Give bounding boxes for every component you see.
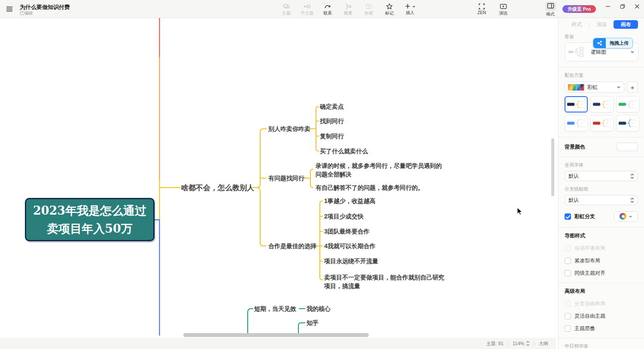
zoom-control[interactable]: 114% bbox=[513, 341, 530, 346]
rainbow-color-dropdown[interactable] bbox=[614, 211, 638, 222]
section-divider bbox=[559, 137, 644, 137]
node-sell-child[interactable]: 复制同行 bbox=[320, 133, 344, 140]
app-window: 为什么要做知识付费 已编辑 主题 子主题 联系 概要 外框 bbox=[0, 0, 644, 349]
scheme-card[interactable] bbox=[565, 115, 588, 131]
tab-present[interactable]: 演说 bbox=[589, 21, 614, 28]
sibling-align-checkbox[interactable] bbox=[565, 270, 571, 276]
topic-button: 主题 bbox=[278, 2, 295, 16]
node-coop-child[interactable]: 2项目少成交快 bbox=[324, 213, 364, 221]
section-divider bbox=[559, 338, 644, 338]
scheme-card[interactable] bbox=[590, 96, 614, 112]
sibling-align-label: 同级主题对齐 bbox=[574, 270, 605, 277]
chevron-down-icon bbox=[617, 85, 621, 89]
node-ask-peers[interactable]: 有问题找同行 bbox=[268, 175, 304, 182]
subtopic-button: 子主题 bbox=[299, 2, 315, 16]
divider: | bbox=[507, 341, 509, 346]
window-controls bbox=[605, 0, 640, 14]
present-button[interactable]: 演说 bbox=[495, 2, 511, 16]
topic-count: 主题: 81 bbox=[486, 340, 504, 347]
color-scheme-label: 配色方案 bbox=[565, 72, 638, 79]
scheme-card[interactable] bbox=[616, 96, 639, 112]
auto-balance-label: 自动平衡布局 bbox=[574, 245, 605, 252]
free-branch-label: 分支自由布局 bbox=[574, 300, 605, 307]
node-ask-child[interactable]: 有自己解答不了的问题，就参考同行的。 bbox=[316, 184, 424, 192]
central-topic-line2: 卖项目年入50万 bbox=[47, 220, 133, 238]
stepper-icon bbox=[630, 197, 634, 203]
node-teach[interactable]: 啥都不会，怎么教别人 bbox=[181, 183, 254, 193]
close-button[interactable] bbox=[635, 3, 640, 11]
upload-cluster-icon bbox=[596, 40, 603, 46]
add-scheme-button[interactable]: + bbox=[627, 82, 638, 93]
global-font-dropdown[interactable]: 默认 bbox=[565, 171, 638, 181]
scheme-card[interactable] bbox=[616, 115, 639, 131]
mindmap-canvas[interactable]: 2023年我是怎么通过 卖项目年入50万 啥都不会，怎么教别人 别人咋卖你咋卖 … bbox=[0, 18, 556, 349]
rainbow-branch-checkbox[interactable] bbox=[565, 213, 571, 220]
scheme-card[interactable] bbox=[565, 96, 588, 112]
edit-status: 已编辑 bbox=[20, 10, 33, 16]
subtopic-icon bbox=[304, 3, 310, 10]
marker-button[interactable]: 标记 bbox=[381, 2, 398, 16]
topic-overlap-label: 主题层叠 bbox=[574, 325, 595, 332]
flexible-topic-checkbox[interactable] bbox=[565, 313, 571, 319]
color-wheel-icon bbox=[620, 213, 626, 220]
node-ask-child[interactable]: 录课的时候，就多参考同行，尽量吧学员遇到的问题全部解决 bbox=[316, 161, 443, 179]
zen-button[interactable]: ZEN bbox=[474, 2, 490, 16]
node-my-core[interactable]: 我的核心 bbox=[307, 305, 331, 313]
section-divider bbox=[559, 227, 644, 228]
node-coop-child[interactable]: 1事越少，收益越高 bbox=[324, 197, 376, 205]
compact-layout-checkbox[interactable] bbox=[565, 258, 571, 264]
scheme-card[interactable] bbox=[590, 115, 614, 131]
tab-canvas[interactable]: 画布 bbox=[614, 20, 638, 29]
zoom-stepper-icon bbox=[526, 341, 530, 346]
color-scheme-value: 彩虹 bbox=[587, 84, 614, 91]
relation-icon bbox=[324, 3, 331, 10]
zen-mode-icon bbox=[478, 3, 485, 10]
background-color-swatch[interactable] bbox=[617, 143, 638, 151]
format-panel: 样式 演说 画布 骨架 逻辑图 拖拽上传 bbox=[558, 18, 644, 349]
rainbow-swatch bbox=[568, 84, 584, 91]
chevron-down-icon bbox=[412, 5, 416, 8]
vertical-scrollbar[interactable] bbox=[551, 138, 554, 196]
node-coop-child[interactable]: 项目永远绕不开流量 bbox=[324, 258, 378, 265]
menu-icon[interactable] bbox=[6, 5, 13, 13]
topic-overlap-checkbox[interactable] bbox=[565, 325, 571, 332]
horizontal-scrollbar[interactable] bbox=[183, 333, 369, 337]
node-sell-like-peers[interactable]: 别人咋卖你咋卖 bbox=[268, 125, 310, 133]
relation-button[interactable]: 联系 bbox=[319, 2, 336, 16]
scheme-card-grid bbox=[565, 96, 638, 131]
node-coop-child[interactable]: 卖项目不一定要做项目，能合作就别自己研究项目，搞流量 bbox=[324, 273, 444, 290]
central-topic-node[interactable]: 2023年我是怎么通过 卖项目年入50万 bbox=[25, 198, 155, 241]
section-divider bbox=[559, 282, 644, 283]
skeleton-value: 逻辑图 bbox=[591, 49, 630, 56]
panel-tabs: 样式 演说 画布 bbox=[565, 20, 638, 29]
node-short-term[interactable]: 短期，当天见效 bbox=[254, 305, 296, 313]
play-icon bbox=[500, 3, 507, 10]
outline-button[interactable]: 大纲 bbox=[539, 340, 548, 347]
upgrade-pro-button[interactable]: 升级至 Pro bbox=[562, 5, 596, 13]
node-sell-child[interactable]: 买了什么就卖什么 bbox=[320, 148, 368, 155]
node-sell-child[interactable]: 找到同行 bbox=[320, 118, 344, 125]
toolbar: 主题 子主题 联系 概要 外框 标记 bbox=[278, 2, 418, 16]
divider: | bbox=[534, 341, 535, 346]
section-divider bbox=[559, 157, 644, 157]
branch-width-dropdown[interactable]: 默认 bbox=[565, 195, 638, 205]
node-coop-child[interactable]: 3团队最终要合作 bbox=[324, 228, 370, 236]
tab-style[interactable]: 样式 bbox=[565, 21, 589, 28]
boundary-button: 外框 bbox=[361, 2, 377, 16]
format-panel-icon bbox=[547, 3, 554, 9]
minimize-button[interactable] bbox=[605, 3, 611, 11]
branch-width-label: 分支线粗细 bbox=[565, 186, 638, 192]
branch-connectors bbox=[0, 18, 556, 349]
drag-upload-button[interactable]: 拖拽上传 bbox=[593, 38, 633, 49]
node-sell-child[interactable]: 确定卖点 bbox=[320, 103, 344, 111]
color-scheme-selector[interactable]: 彩虹 bbox=[565, 82, 624, 93]
rainbow-branch-label: 彩虹分支 bbox=[574, 213, 595, 220]
node-zhihu[interactable]: 知乎 bbox=[307, 319, 319, 327]
restore-button[interactable] bbox=[620, 3, 625, 11]
chevron-down-icon bbox=[630, 50, 635, 54]
node-cooperate[interactable]: 合作是最佳的选择 bbox=[268, 243, 316, 250]
node-coop-child[interactable]: 4我就可以长期合作 bbox=[324, 243, 376, 250]
insert-button[interactable]: 插入 bbox=[402, 2, 418, 16]
format-button[interactable]: 格式 bbox=[543, 2, 558, 17]
summary-icon bbox=[345, 3, 352, 10]
